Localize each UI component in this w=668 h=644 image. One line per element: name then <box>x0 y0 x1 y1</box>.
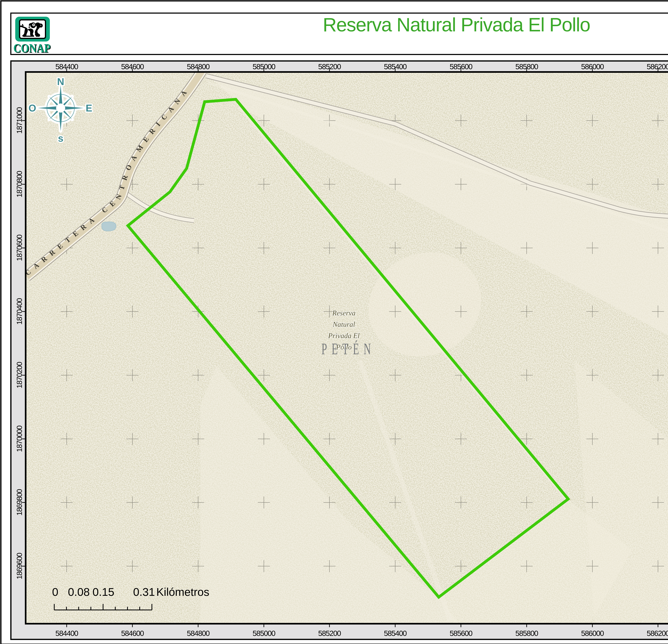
svg-text:586000: 586000 <box>581 62 604 71</box>
svg-text:N: N <box>57 76 64 87</box>
svg-text:1871000: 1871000 <box>15 107 24 134</box>
svg-text:s: s <box>58 133 63 144</box>
svg-text:E: E <box>86 103 92 114</box>
svg-text:586200: 586200 <box>647 62 668 71</box>
svg-text:584800: 584800 <box>187 62 210 71</box>
svg-text:585600: 585600 <box>450 629 472 638</box>
svg-text:585200: 585200 <box>318 629 341 638</box>
svg-text:1870400: 1870400 <box>15 298 24 325</box>
svg-text:1870600: 1870600 <box>15 235 24 261</box>
svg-text:585800: 585800 <box>515 629 538 638</box>
svg-text:1869600: 1869600 <box>15 553 24 579</box>
svg-text:585000: 585000 <box>253 629 275 638</box>
svg-text:Natural: Natural <box>333 320 355 328</box>
svg-text:585400: 585400 <box>384 629 407 638</box>
svg-text:585800: 585800 <box>515 62 538 71</box>
svg-text:1870200: 1870200 <box>15 362 24 389</box>
svg-text:584400: 584400 <box>56 62 78 71</box>
svg-text:Kilómetros: Kilómetros <box>156 586 209 598</box>
svg-text:584600: 584600 <box>121 62 144 71</box>
svg-text:584400: 584400 <box>56 629 78 638</box>
svg-text:1870800: 1870800 <box>15 171 24 198</box>
svg-text:585000: 585000 <box>253 62 275 71</box>
svg-text:0.31: 0.31 <box>133 586 155 598</box>
svg-text:O: O <box>28 103 36 114</box>
svg-text:585400: 585400 <box>384 62 407 71</box>
svg-text:Reserva: Reserva <box>332 309 355 317</box>
svg-text:585200: 585200 <box>318 62 341 71</box>
svg-text:1869800: 1869800 <box>15 489 24 516</box>
svg-text:586000: 586000 <box>581 629 604 638</box>
svg-text:Privada El: Privada El <box>328 332 360 340</box>
svg-text:585600: 585600 <box>450 62 472 71</box>
svg-text:PETÉN: PETÉN <box>321 340 376 358</box>
svg-text:0.15: 0.15 <box>92 586 115 598</box>
svg-text:584800: 584800 <box>187 629 210 638</box>
svg-text:586200: 586200 <box>647 629 668 638</box>
svg-text:1870000: 1870000 <box>15 426 24 452</box>
svg-text:0: 0 <box>52 586 58 598</box>
svg-text:584600: 584600 <box>121 629 144 638</box>
svg-text:0.08: 0.08 <box>68 586 90 598</box>
